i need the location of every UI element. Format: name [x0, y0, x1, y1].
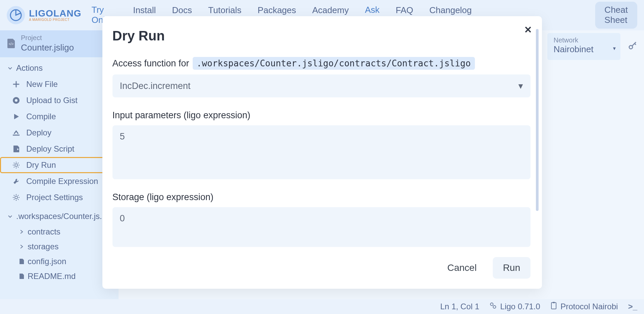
svg-text:</>: </>	[9, 42, 14, 46]
file-icon	[19, 259, 24, 264]
tree-file-readme[interactable]: README.md	[0, 269, 119, 284]
contract-path-chip: .workspaces/Counter.jsligo/contracts/Con…	[193, 57, 475, 70]
svg-point-3	[15, 99, 18, 102]
sidebar-item-project-settings[interactable]: Project Settings	[0, 189, 119, 206]
chevron-down-icon	[7, 65, 13, 71]
wrench-icon	[11, 178, 21, 185]
logo-text: LIGOLANG A MARIGOLD PROJECT	[29, 9, 82, 22]
project-header[interactable]: </> Project Counter.jsligo	[0, 30, 119, 57]
close-icon[interactable]: ✕	[524, 24, 532, 35]
cursor-position: Ln 1, Col 1	[440, 302, 479, 311]
modal-scrollbar[interactable]	[536, 29, 539, 211]
input-params-field[interactable]	[112, 125, 530, 179]
protocol[interactable]: Protocol Nairobi	[550, 302, 618, 312]
chevron-down-icon	[7, 214, 13, 219]
tree-file-config[interactable]: config.json	[0, 254, 119, 269]
svg-point-4	[15, 164, 18, 166]
status-bar: Ln 1, Col 1 Ligo 0.71.0 Protocol Nairobi…	[0, 299, 644, 314]
sidebar-item-compile[interactable]: Compile	[0, 108, 119, 125]
sidebar-item-dry-run[interactable]: Dry Run	[0, 157, 119, 173]
tree-folder-storages[interactable]: storages	[0, 239, 119, 254]
gear-icon	[11, 161, 21, 169]
tree-folder-contracts[interactable]: contracts	[0, 224, 119, 239]
sidebar-item-label: Compile Expression	[26, 177, 98, 186]
terminal-toggle[interactable]: >_	[628, 302, 637, 311]
sidebar-item-label: Deploy Script	[26, 144, 74, 154]
caret-down-icon: ▾	[613, 45, 616, 52]
github-icon	[11, 96, 21, 104]
input-params-label: Input parameters (ligo expression)	[112, 110, 251, 121]
sidebar-item-new-file[interactable]: New File	[0, 76, 119, 92]
sidebar-item-label: Project Settings	[26, 193, 83, 202]
sidebar-item-label: Compile	[26, 112, 56, 121]
chevron-right-icon	[19, 244, 24, 249]
storage-label: Storage (ligo expression)	[112, 192, 214, 202]
project-name: Counter.jsligo	[21, 42, 74, 53]
caret-down-icon: ▾	[518, 81, 523, 91]
deploy-script-icon	[11, 145, 21, 153]
ligo-version[interactable]: Ligo 0.71.0	[489, 302, 540, 311]
sidebar-item-upload-gist[interactable]: Upload to Gist	[0, 92, 119, 108]
cancel-button[interactable]: Cancel	[440, 257, 484, 279]
svg-point-6	[629, 45, 633, 49]
run-button[interactable]: Run	[493, 257, 530, 279]
svg-point-8	[493, 306, 496, 308]
sidebar-item-compile-expression[interactable]: Compile Expression	[0, 173, 119, 189]
sidebar-item-label: New File	[26, 80, 58, 89]
terminal-icon: >_	[628, 302, 637, 311]
clipboard-icon	[550, 302, 557, 312]
sidebar: </> Project Counter.jsligo Actions New F…	[0, 30, 119, 299]
sidebar-item-label: Upload to Gist	[26, 96, 77, 105]
sidebar-item-deploy-script[interactable]: Deploy Script	[0, 141, 119, 157]
svg-point-5	[15, 196, 18, 199]
access-function-label: Access function for	[112, 58, 189, 69]
svg-point-7	[490, 303, 493, 306]
play-icon	[11, 113, 21, 120]
network-selector[interactable]: Network Nairobinet ▾	[547, 33, 620, 60]
file-icon	[19, 274, 24, 279]
plus-icon	[11, 81, 21, 88]
sidebar-item-deploy[interactable]: Deploy	[0, 125, 119, 141]
sidebar-item-label: Dry Run	[26, 160, 56, 170]
workspace-header[interactable]: .workspaces/Counter.js...	[0, 206, 119, 224]
storage-field[interactable]	[112, 207, 530, 247]
chevron-right-icon	[19, 229, 24, 234]
svg-rect-10	[553, 302, 555, 303]
logo-icon	[7, 6, 25, 24]
sidebar-item-label: Deploy	[26, 128, 52, 137]
actions-header[interactable]: Actions	[0, 57, 119, 76]
gear-icon	[11, 193, 21, 201]
dry-run-modal: ✕ Dry Run Access function for .workspace…	[102, 16, 542, 289]
function-select[interactable]: IncDec.increment ▾	[112, 74, 530, 97]
key-icon[interactable]	[628, 41, 637, 53]
deploy-icon	[11, 129, 21, 136]
logo[interactable]: LIGOLANG A MARIGOLD PROJECT	[7, 6, 82, 24]
code-file-icon: </>	[6, 38, 16, 49]
svg-rect-9	[551, 303, 556, 309]
project-label: Project	[21, 34, 74, 42]
modal-title: Dry Run	[112, 28, 530, 43]
cheat-sheet-button[interactable]: CheatSheet	[595, 2, 637, 29]
settings-icon	[489, 302, 497, 311]
